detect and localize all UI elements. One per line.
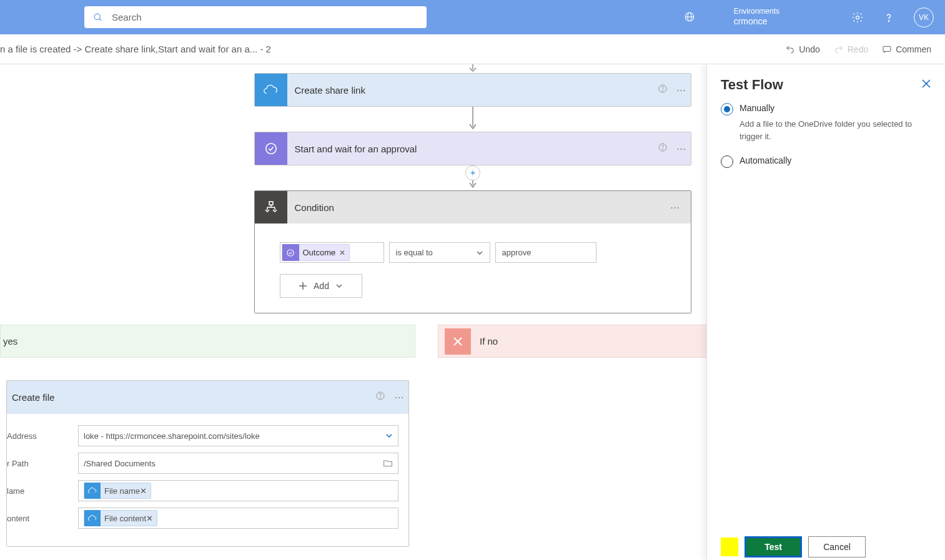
environment-label: Environments bbox=[734, 6, 779, 16]
gear-icon[interactable] bbox=[851, 11, 864, 24]
undo-icon bbox=[785, 44, 795, 54]
environment-picker[interactable]: Environments crmonce bbox=[734, 6, 779, 26]
field-label: lame bbox=[7, 486, 78, 496]
search-icon bbox=[93, 12, 103, 22]
chevron-down-icon bbox=[385, 432, 393, 440]
onedrive-icon bbox=[84, 483, 101, 499]
card-help-icon[interactable] bbox=[653, 142, 672, 155]
dynamic-token-file-name[interactable]: File name ✕ bbox=[84, 483, 151, 499]
svg-point-10 bbox=[662, 90, 663, 91]
svg-rect-7 bbox=[883, 46, 891, 51]
if-yes-branch: yes Create file ··· Address loke - https… bbox=[0, 325, 415, 547]
approval-icon bbox=[255, 132, 287, 165]
action-create-share-link[interactable]: Create share link ··· bbox=[254, 73, 691, 107]
dynamic-token-outcome[interactable]: Outcome ✕ bbox=[282, 244, 350, 261]
onedrive-icon bbox=[255, 74, 287, 106]
breadcrumb: n a file is created -> Create share link… bbox=[0, 44, 785, 54]
card-menu-icon[interactable]: ··· bbox=[672, 142, 691, 155]
radio-automatically[interactable]: Automatically bbox=[721, 155, 931, 168]
card-title: Start and wait for an approval bbox=[287, 144, 653, 154]
panel-title: Test Flow bbox=[721, 77, 783, 93]
environment-name: crmonce bbox=[734, 16, 779, 26]
token-label: File content bbox=[104, 514, 146, 523]
test-button[interactable]: Test bbox=[745, 536, 802, 558]
token-label: Outcome bbox=[303, 248, 336, 257]
field-label: ontent bbox=[7, 514, 78, 523]
condition-operator-select[interactable]: is equal to bbox=[389, 242, 490, 263]
card-title: Create file bbox=[7, 392, 371, 403]
token-remove-icon[interactable]: ✕ bbox=[146, 514, 153, 523]
control-condition[interactable]: Condition ··· Outcome ✕ is equal to appr… bbox=[254, 190, 691, 313]
condition-value-input[interactable]: approve bbox=[495, 242, 596, 263]
svg-point-21 bbox=[287, 249, 294, 256]
comments-button[interactable]: Commen bbox=[882, 44, 931, 54]
test-flow-panel: Test Flow Manually Add a file to the One… bbox=[706, 64, 945, 560]
radio-manually[interactable]: Manually bbox=[721, 103, 931, 115]
radio-description: Add a file to the OneDrive folder you se… bbox=[740, 118, 931, 143]
card-help-icon[interactable] bbox=[653, 84, 672, 97]
chevron-down-icon bbox=[335, 282, 343, 290]
highlight-marker bbox=[721, 538, 738, 556]
globe-icon bbox=[684, 11, 695, 22]
token-label: File name bbox=[104, 486, 140, 496]
flow-canvas[interactable]: Create share link ··· Start and wait for… bbox=[0, 64, 945, 560]
radio-icon bbox=[721, 103, 733, 115]
card-menu-icon[interactable]: ··· bbox=[672, 84, 691, 97]
folder-icon[interactable] bbox=[383, 459, 393, 468]
undo-button[interactable]: Undo bbox=[785, 44, 819, 54]
close-icon[interactable] bbox=[921, 79, 931, 91]
comment-icon bbox=[882, 44, 892, 54]
svg-point-6 bbox=[888, 21, 889, 21]
svg-line-1 bbox=[99, 19, 101, 21]
redo-icon bbox=[834, 44, 844, 54]
chevron-down-icon bbox=[476, 249, 483, 257]
field-label: r Path bbox=[7, 459, 78, 468]
file-name-input[interactable]: File name ✕ bbox=[78, 480, 398, 501]
flow-toolbar: n a file is created -> Create share link… bbox=[0, 34, 945, 64]
svg-point-12 bbox=[265, 144, 276, 154]
cancel-button[interactable]: Cancel bbox=[808, 536, 866, 558]
redo-button[interactable]: Redo bbox=[834, 44, 868, 54]
field-label: Address bbox=[7, 431, 78, 441]
global-search[interactable] bbox=[84, 6, 427, 28]
condition-add-button[interactable]: Add bbox=[280, 274, 362, 298]
dynamic-token-file-content[interactable]: File content ✕ bbox=[84, 510, 157, 526]
svg-point-5 bbox=[856, 16, 859, 19]
onedrive-icon bbox=[84, 510, 101, 526]
help-icon[interactable] bbox=[883, 11, 895, 24]
file-content-input[interactable]: File content ✕ bbox=[78, 508, 398, 529]
condition-left-operand[interactable]: Outcome ✕ bbox=[280, 242, 384, 263]
condition-icon bbox=[255, 191, 287, 224]
approval-icon bbox=[282, 244, 299, 261]
if-yes-header[interactable]: yes bbox=[0, 325, 415, 358]
action-start-approval[interactable]: Start and wait for an approval ··· bbox=[254, 132, 691, 165]
svg-point-25 bbox=[380, 398, 381, 398]
svg-point-0 bbox=[94, 14, 100, 19]
card-title: Condition bbox=[287, 202, 666, 213]
condition-body: Outcome ✕ is equal to approve Add bbox=[255, 224, 691, 313]
card-title: Create share link bbox=[287, 85, 653, 96]
insert-step-button[interactable]: ＋ bbox=[465, 165, 480, 180]
svg-point-14 bbox=[662, 149, 663, 149]
token-remove-icon[interactable]: ✕ bbox=[339, 248, 345, 257]
folder-path-input[interactable]: /Shared Documents bbox=[78, 453, 398, 474]
search-input[interactable] bbox=[111, 11, 418, 23]
radio-icon bbox=[721, 155, 733, 168]
svg-rect-16 bbox=[269, 202, 273, 205]
action-create-file[interactable]: Create file ··· Address loke - https://c… bbox=[6, 380, 409, 547]
site-address-select[interactable]: loke - https://crmoncee.sharepoint.com/s… bbox=[78, 425, 398, 446]
token-remove-icon[interactable]: ✕ bbox=[140, 486, 147, 496]
close-icon bbox=[445, 328, 471, 355]
card-menu-icon[interactable]: ··· bbox=[666, 201, 685, 214]
app-topbar: Environments crmonce VK bbox=[0, 0, 945, 34]
avatar[interactable]: VK bbox=[914, 7, 934, 27]
card-help-icon[interactable] bbox=[371, 391, 390, 404]
card-menu-icon[interactable]: ··· bbox=[390, 391, 408, 404]
